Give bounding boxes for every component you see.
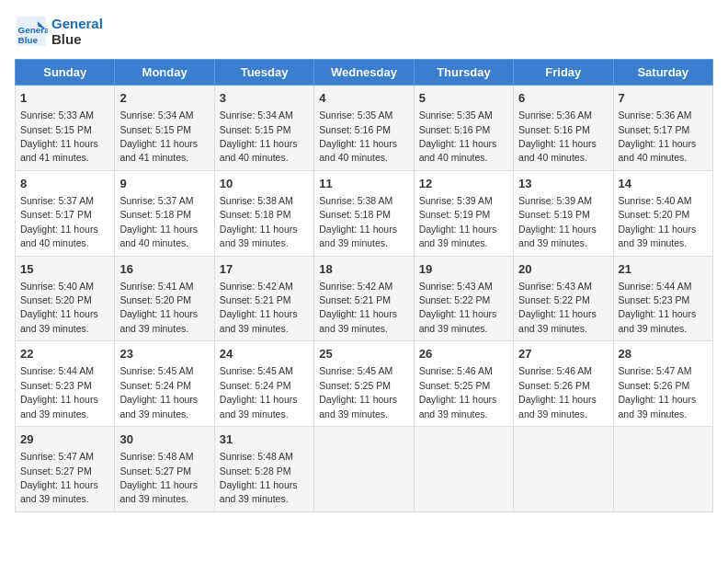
day-number: 10 bbox=[220, 176, 309, 192]
sunset-info: Sunset: 5:24 PM bbox=[220, 380, 291, 391]
calendar-row: 22 Sunrise: 5:44 AM Sunset: 5:23 PM Dayl… bbox=[16, 341, 713, 427]
sunset-info: Sunset: 5:27 PM bbox=[20, 465, 92, 477]
sunrise-info: Sunrise: 5:44 AM bbox=[20, 365, 94, 376]
calendar-cell: 18 Sunrise: 5:42 AM Sunset: 5:21 PM Dayl… bbox=[314, 256, 414, 341]
sunset-info: Sunset: 5:16 PM bbox=[419, 124, 491, 135]
calendar-cell: 26 Sunrise: 5:46 AM Sunset: 5:25 PM Dayl… bbox=[414, 341, 513, 427]
day-number: 28 bbox=[619, 346, 708, 362]
calendar-cell: 29 Sunrise: 5:47 AM Sunset: 5:27 PM Dayl… bbox=[16, 427, 115, 512]
sunrise-info: Sunrise: 5:39 AM bbox=[419, 195, 493, 206]
day-number: 24 bbox=[220, 346, 309, 362]
calendar-cell bbox=[414, 427, 513, 512]
calendar-cell: 15 Sunrise: 5:40 AM Sunset: 5:20 PM Dayl… bbox=[16, 256, 115, 341]
sunset-info: Sunset: 5:22 PM bbox=[518, 294, 590, 305]
sunset-info: Sunset: 5:17 PM bbox=[20, 209, 92, 220]
calendar-cell: 7 Sunrise: 5:36 AM Sunset: 5:17 PM Dayli… bbox=[613, 86, 712, 171]
sunrise-info: Sunrise: 5:40 AM bbox=[20, 281, 94, 292]
dow-header: Monday bbox=[115, 60, 214, 86]
sunrise-info: Sunrise: 5:48 AM bbox=[119, 451, 193, 462]
calendar-cell: 24 Sunrise: 5:45 AM Sunset: 5:24 PM Dayl… bbox=[214, 341, 313, 427]
dow-header: Friday bbox=[514, 60, 613, 86]
calendar-cell: 1 Sunrise: 5:33 AM Sunset: 5:15 PM Dayli… bbox=[16, 86, 115, 171]
day-number: 16 bbox=[119, 261, 209, 278]
sunrise-info: Sunrise: 5:45 AM bbox=[319, 365, 392, 376]
daylight-info: Daylight: 11 hours and 40 minutes. bbox=[220, 138, 298, 163]
sunrise-info: Sunrise: 5:39 AM bbox=[518, 195, 592, 206]
day-number: 8 bbox=[20, 176, 109, 192]
calendar-row: 29 Sunrise: 5:47 AM Sunset: 5:27 PM Dayl… bbox=[16, 427, 713, 512]
sunrise-info: Sunrise: 5:45 AM bbox=[220, 365, 293, 376]
daylight-info: Daylight: 11 hours and 39 minutes. bbox=[319, 224, 397, 248]
day-number: 18 bbox=[319, 261, 408, 278]
daylight-info: Daylight: 11 hours and 39 minutes. bbox=[119, 479, 198, 504]
sunset-info: Sunset: 5:19 PM bbox=[518, 209, 590, 220]
sunrise-info: Sunrise: 5:47 AM bbox=[619, 365, 692, 376]
calendar-cell: 16 Sunrise: 5:41 AM Sunset: 5:20 PM Dayl… bbox=[115, 256, 214, 341]
dow-header: Saturday bbox=[613, 60, 712, 86]
day-number: 21 bbox=[619, 261, 708, 278]
sunrise-info: Sunrise: 5:42 AM bbox=[220, 281, 293, 292]
sunrise-info: Sunrise: 5:36 AM bbox=[518, 109, 592, 121]
logo-text: GeneralBlue bbox=[51, 16, 103, 47]
sunset-info: Sunset: 5:15 PM bbox=[220, 124, 291, 135]
calendar-cell: 30 Sunrise: 5:48 AM Sunset: 5:27 PM Dayl… bbox=[115, 427, 214, 512]
calendar-cell: 10 Sunrise: 5:38 AM Sunset: 5:18 PM Dayl… bbox=[214, 170, 313, 256]
day-number: 19 bbox=[419, 261, 508, 278]
day-number: 12 bbox=[419, 176, 508, 192]
svg-text:Blue: Blue bbox=[18, 35, 39, 45]
daylight-info: Daylight: 11 hours and 39 minutes. bbox=[619, 224, 697, 248]
sunset-info: Sunset: 5:25 PM bbox=[319, 380, 391, 391]
calendar-cell: 8 Sunrise: 5:37 AM Sunset: 5:17 PM Dayli… bbox=[16, 170, 115, 256]
daylight-info: Daylight: 11 hours and 39 minutes. bbox=[220, 394, 298, 419]
sunrise-info: Sunrise: 5:43 AM bbox=[419, 281, 493, 292]
day-number: 26 bbox=[419, 346, 508, 362]
daylight-info: Daylight: 11 hours and 39 minutes. bbox=[619, 308, 697, 333]
sunset-info: Sunset: 5:22 PM bbox=[419, 294, 491, 305]
sunrise-info: Sunrise: 5:37 AM bbox=[119, 195, 193, 206]
daylight-info: Daylight: 11 hours and 39 minutes. bbox=[518, 394, 597, 419]
daylight-info: Daylight: 11 hours and 39 minutes. bbox=[419, 224, 497, 248]
calendar-cell bbox=[613, 427, 712, 512]
calendar-row: 1 Sunrise: 5:33 AM Sunset: 5:15 PM Dayli… bbox=[16, 86, 713, 171]
sunrise-info: Sunrise: 5:35 AM bbox=[319, 109, 392, 121]
day-number: 20 bbox=[518, 261, 608, 278]
daylight-info: Daylight: 11 hours and 39 minutes. bbox=[20, 479, 98, 504]
calendar-cell bbox=[514, 427, 613, 512]
day-number: 1 bbox=[20, 90, 109, 107]
sunset-info: Sunset: 5:20 PM bbox=[619, 209, 690, 220]
calendar-cell: 28 Sunrise: 5:47 AM Sunset: 5:26 PM Dayl… bbox=[613, 341, 712, 427]
sunrise-info: Sunrise: 5:44 AM bbox=[619, 281, 692, 292]
calendar-cell: 20 Sunrise: 5:43 AM Sunset: 5:22 PM Dayl… bbox=[514, 256, 613, 341]
daylight-info: Daylight: 11 hours and 40 minutes. bbox=[419, 138, 497, 163]
sunset-info: Sunset: 5:15 PM bbox=[119, 124, 191, 135]
sunset-info: Sunset: 5:27 PM bbox=[119, 465, 191, 477]
sunset-info: Sunset: 5:23 PM bbox=[20, 380, 92, 391]
sunset-info: Sunset: 5:20 PM bbox=[20, 294, 92, 305]
dow-header: Tuesday bbox=[214, 60, 313, 86]
sunrise-info: Sunrise: 5:36 AM bbox=[619, 109, 692, 121]
sunrise-info: Sunrise: 5:37 AM bbox=[20, 195, 94, 206]
daylight-info: Daylight: 11 hours and 39 minutes. bbox=[20, 394, 98, 419]
day-number: 4 bbox=[319, 90, 408, 107]
calendar-cell: 4 Sunrise: 5:35 AM Sunset: 5:16 PM Dayli… bbox=[314, 86, 414, 171]
sunrise-info: Sunrise: 5:33 AM bbox=[20, 109, 94, 121]
daylight-info: Daylight: 11 hours and 39 minutes. bbox=[119, 308, 198, 333]
sunset-info: Sunset: 5:18 PM bbox=[119, 209, 191, 220]
sunrise-info: Sunrise: 5:46 AM bbox=[518, 365, 592, 376]
day-number: 9 bbox=[119, 176, 209, 192]
day-number: 27 bbox=[518, 346, 608, 362]
dow-header: Sunday bbox=[16, 60, 115, 86]
sunset-info: Sunset: 5:20 PM bbox=[119, 294, 191, 305]
sunset-info: Sunset: 5:18 PM bbox=[319, 209, 391, 220]
daylight-info: Daylight: 11 hours and 39 minutes. bbox=[220, 308, 298, 333]
calendar-cell: 12 Sunrise: 5:39 AM Sunset: 5:19 PM Dayl… bbox=[414, 170, 513, 256]
daylight-info: Daylight: 11 hours and 40 minutes. bbox=[20, 224, 98, 248]
logo-icon: General Blue bbox=[15, 15, 48, 48]
sunset-info: Sunset: 5:26 PM bbox=[518, 380, 590, 391]
day-number: 15 bbox=[20, 261, 109, 278]
sunrise-info: Sunrise: 5:38 AM bbox=[220, 195, 293, 206]
sunrise-info: Sunrise: 5:41 AM bbox=[119, 281, 193, 292]
calendar-cell: 27 Sunrise: 5:46 AM Sunset: 5:26 PM Dayl… bbox=[514, 341, 613, 427]
calendar-cell: 11 Sunrise: 5:38 AM Sunset: 5:18 PM Dayl… bbox=[314, 170, 414, 256]
dow-header: Wednesday bbox=[314, 60, 414, 86]
